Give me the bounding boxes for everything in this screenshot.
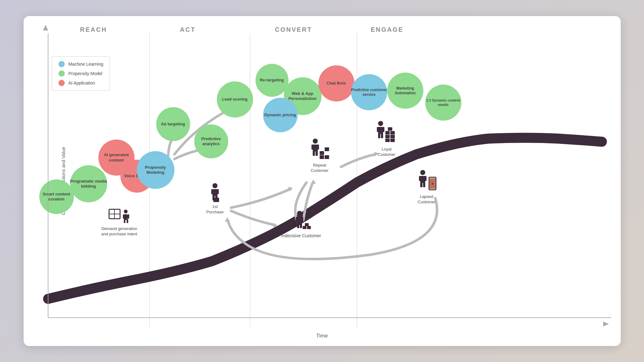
svg-rect-17 (127, 219, 128, 223)
lapsed-svg (415, 169, 438, 193)
svg-rect-22 (217, 189, 219, 194)
svg-rect-15 (128, 214, 129, 219)
lapsed-icon: LapsedCustomer (415, 169, 438, 205)
divider-convert-engage (357, 33, 357, 327)
svg-rect-43 (325, 147, 329, 151)
bubble-propensity-modeling: Propensity Modeling (137, 151, 174, 189)
svg-rect-21 (211, 189, 213, 194)
first-purchase-svg (207, 183, 223, 203)
legend: Machine Learning Propensity Model AI App… (52, 56, 110, 91)
legend-item-pm: Propensity Model (58, 70, 103, 77)
legend-item-ai: AI Application (58, 80, 103, 86)
svg-rect-28 (301, 217, 303, 222)
svg-rect-31 (303, 226, 306, 229)
bubble-programmatic: Programatic media bidding (70, 165, 107, 202)
svg-marker-3 (288, 187, 292, 191)
section-act: ACT (180, 26, 196, 33)
lapsed-label: LapsedCustomer (418, 194, 435, 205)
y-axis-arrow (43, 25, 48, 30)
svg-rect-49 (381, 133, 383, 138)
repeat-label: RepeatCustomer (311, 163, 328, 173)
legend-label-ai: AI Application (69, 80, 95, 85)
svg-point-25 (297, 211, 302, 216)
indecisive-label: Indecisive Customer (281, 233, 321, 239)
svg-point-12 (124, 210, 128, 213)
legend-dot-ml (58, 61, 65, 67)
loyal-icon: LoyalCustomer (372, 120, 402, 157)
loyal-svg (372, 120, 402, 145)
legend-item-ml: Machine Learning (58, 61, 103, 67)
bubble-smart-content: Smart content curation (39, 179, 74, 214)
svg-rect-59 (419, 176, 421, 181)
indecisive-icon: Indecisive Customer (281, 210, 321, 239)
svg-marker-5 (311, 179, 316, 184)
svg-rect-52 (385, 135, 390, 138)
journey-svg (24, 16, 621, 346)
demand-gen-svg (108, 208, 130, 225)
axis-lines-svg (24, 16, 621, 346)
repeat-icon: RepeatCustomer (306, 138, 333, 173)
svg-rect-55 (390, 131, 395, 134)
first-purchase-label: 1stPurchase (206, 204, 224, 215)
svg-rect-42 (320, 151, 324, 155)
svg-rect-41 (325, 155, 329, 159)
svg-rect-60 (424, 176, 427, 181)
svg-rect-61 (420, 182, 422, 187)
svg-rect-32 (307, 226, 311, 229)
legend-dot-pm (58, 70, 65, 77)
svg-rect-54 (385, 131, 390, 134)
svg-rect-62 (423, 182, 425, 187)
svg-rect-24 (215, 195, 217, 200)
divider-act-convert (250, 33, 250, 327)
svg-rect-38 (313, 151, 315, 156)
repeat-svg (306, 138, 333, 162)
svg-rect-39 (316, 151, 318, 156)
svg-rect-27 (296, 217, 298, 222)
svg-rect-16 (124, 219, 125, 223)
svg-rect-23 (212, 195, 215, 200)
legend-label-pm: Propensity Model (69, 71, 102, 76)
svg-rect-53 (390, 135, 395, 138)
svg-marker-7 (225, 217, 230, 222)
legend-label-ml: Machine Learning (69, 62, 103, 67)
bubble-lead-scoring: Lead scoring (217, 81, 253, 118)
svg-rect-36 (311, 145, 314, 150)
svg-point-57 (420, 170, 425, 175)
x-axis-arrow (603, 321, 609, 326)
chart-container: Customer Interactions and Value Time REA… (24, 16, 621, 346)
svg-rect-48 (378, 133, 380, 138)
svg-rect-33 (305, 223, 309, 226)
bubble-predictive-customer-service: Predictive customer service (351, 74, 387, 110)
svg-rect-46 (377, 127, 379, 132)
indecisive-svg (290, 210, 312, 232)
svg-rect-29 (297, 223, 299, 228)
first-purchase-icon: 1stPurchase (206, 183, 224, 215)
svg-rect-30 (300, 223, 302, 228)
bubble-chat-bots: Chat Bots (318, 65, 355, 101)
svg-point-34 (313, 139, 318, 144)
svg-point-44 (378, 121, 383, 126)
demand-gen-icon: Demand generationand purchase intent (102, 208, 137, 237)
bubble-predictive-analytics: Predictive analytics (194, 124, 228, 158)
bubble-dynamic-pricing: Dynamic pricing (263, 98, 298, 132)
svg-rect-37 (317, 145, 319, 150)
loyal-label: LoyalCustomer (378, 147, 395, 157)
svg-rect-47 (382, 127, 384, 132)
section-engage: ENGAGE (371, 26, 404, 33)
x-axis-label: Time (316, 333, 328, 339)
svg-rect-14 (123, 214, 124, 219)
svg-rect-50 (385, 139, 390, 142)
svg-rect-51 (390, 139, 395, 142)
section-reach: REACH (80, 26, 107, 33)
legend-dot-ai (58, 80, 65, 86)
svg-point-19 (212, 183, 217, 188)
svg-rect-56 (388, 127, 392, 131)
svg-point-65 (432, 183, 433, 185)
demand-gen-label: Demand generationand purchase intent (102, 226, 137, 237)
svg-marker-4 (273, 223, 278, 228)
bubble-dynamic-content-emails: 1:1 Dynamic content emails (425, 85, 461, 121)
bubble-marketing-automation: Marketing Automation (387, 73, 423, 109)
bubble-ad-targeting: Ad targeting (156, 107, 190, 141)
section-convert: CONVERT (275, 26, 312, 33)
svg-rect-40 (320, 155, 324, 159)
